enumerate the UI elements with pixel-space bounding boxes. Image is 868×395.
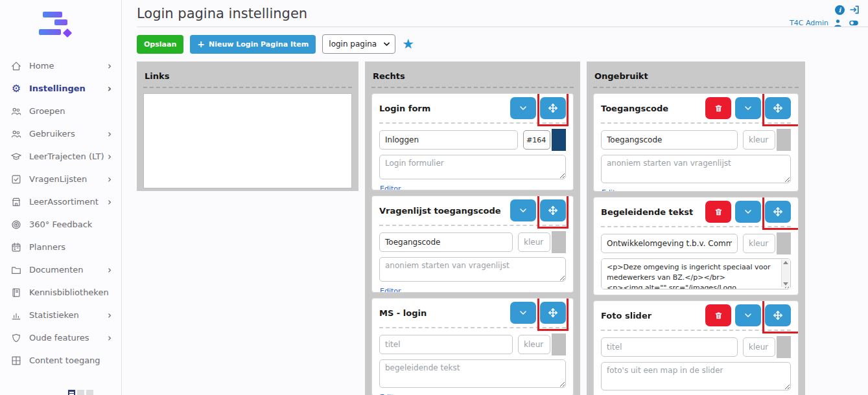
dashed-divider <box>593 87 799 88</box>
sidebar-item-groepen[interactable]: Groepen <box>0 100 122 122</box>
color-swatch[interactable] <box>777 336 791 358</box>
sidebar-item-label: LeerTrajecten (LT) <box>29 152 104 161</box>
color-input[interactable] <box>743 337 775 357</box>
title-input[interactable] <box>601 130 738 150</box>
chevron-right-icon: › <box>108 151 111 163</box>
sidebar-item-360-feedback[interactable]: 360° Feedback <box>0 213 122 236</box>
description-textarea[interactable] <box>379 257 566 282</box>
collapse-button[interactable] <box>510 302 536 324</box>
move-button[interactable] <box>540 302 566 324</box>
move-icon <box>547 102 559 114</box>
editor-link[interactable]: Editor <box>602 188 623 192</box>
color-swatch[interactable] <box>777 129 791 151</box>
description-textarea[interactable] <box>601 362 791 390</box>
username-label: T4C Admin <box>790 19 828 27</box>
sidebar-item-instellingen[interactable]: ⚙ Instellingen › <box>0 77 122 100</box>
header-divider <box>137 27 868 27</box>
move-button[interactable] <box>540 97 566 119</box>
title-input[interactable] <box>379 232 513 252</box>
move-button[interactable] <box>540 199 566 221</box>
delete-button[interactable] <box>705 97 731 119</box>
editor-link[interactable]: Editor <box>380 185 401 190</box>
color-swatch[interactable] <box>777 232 791 254</box>
sidebar-item-label: Statistieken <box>29 310 79 320</box>
panel-ongebruikt: Ongebruikt Toegangscode <box>587 62 805 395</box>
collapse-button[interactable] <box>510 97 536 119</box>
collapse-button[interactable] <box>735 201 761 223</box>
color-swatch[interactable] <box>552 231 566 253</box>
trash-icon <box>714 311 723 321</box>
color-value-input[interactable] <box>523 130 550 150</box>
sidebar-item-label: Kennisbibliotheken <box>29 288 109 297</box>
editor-link[interactable]: Editor <box>380 287 401 293</box>
chevron-right-icon: › <box>108 60 111 72</box>
plus-icon: + <box>197 39 205 49</box>
sidebar-item-label: Documenten <box>29 265 84 275</box>
delete-button[interactable] <box>705 201 731 223</box>
toggle-icon[interactable] <box>847 18 860 28</box>
collapse-button[interactable] <box>735 97 761 119</box>
dashed-divider <box>143 87 352 88</box>
chevron-down-icon <box>743 310 753 321</box>
layout-option-2[interactable] <box>77 390 84 395</box>
color-input[interactable] <box>743 234 775 253</box>
sidebar-item-oude-features[interactable]: Oude features › <box>0 326 122 349</box>
color-swatch[interactable] <box>552 333 566 356</box>
bar-chart-icon <box>9 310 23 321</box>
description-textarea[interactable]: <p>Deze omgeving is ingericht speciaal v… <box>601 258 791 289</box>
panel-rechts: Rechts Login form <box>365 62 580 395</box>
sidebar-item-vragenlijsten[interactable]: VragenLijsten › <box>0 168 122 190</box>
move-button[interactable] <box>765 97 791 119</box>
book-icon <box>9 287 23 299</box>
description-textarea[interactable] <box>379 155 566 179</box>
editor-link[interactable]: Editor <box>602 295 623 295</box>
title-input[interactable] <box>601 234 738 253</box>
color-input[interactable] <box>518 232 550 252</box>
collapse-button[interactable] <box>735 304 761 326</box>
user-icon[interactable] <box>832 17 843 28</box>
color-input[interactable] <box>743 130 775 150</box>
chevron-right-icon: › <box>108 310 111 321</box>
checkbox-icon <box>9 174 23 185</box>
sidebar-item-home[interactable]: Home › <box>0 54 122 77</box>
chevron-right-icon: › <box>108 264 111 276</box>
color-swatch[interactable] <box>552 129 566 151</box>
graduation-cap-icon <box>9 151 23 163</box>
sidebar-item-planners[interactable]: Planners <box>0 236 122 258</box>
sidebar-item-leerassortiment[interactable]: LeerAssortiment › <box>0 190 122 213</box>
sidebar-item-leertrajecten[interactable]: LeerTrajecten (LT) › <box>0 145 122 168</box>
scrollbar[interactable] <box>781 260 790 287</box>
move-button[interactable] <box>765 201 791 223</box>
favorite-star-icon[interactable]: ★ <box>402 38 414 51</box>
save-button[interactable]: Opslaan <box>137 35 183 54</box>
sign-out-icon[interactable] <box>849 4 860 16</box>
sidebar-item-label: Gebruikers <box>29 129 75 139</box>
title-input[interactable] <box>379 130 518 150</box>
move-button[interactable] <box>765 304 791 326</box>
page-select[interactable]: login pagina <box>322 34 395 54</box>
layout-option-1[interactable] <box>68 390 75 395</box>
new-item-label: Nieuw Login Pagina Item <box>209 40 309 49</box>
home-icon <box>9 60 23 72</box>
card-title: MS - login <box>379 308 427 318</box>
color-input[interactable] <box>518 335 550 354</box>
description-textarea[interactable] <box>601 155 791 183</box>
sidebar-item-documenten[interactable]: Documenten › <box>0 258 122 281</box>
title-input[interactable] <box>379 335 513 354</box>
title-input[interactable] <box>601 337 738 357</box>
links-dropzone[interactable] <box>143 93 352 188</box>
sidebar-item-kennisbibliotheken[interactable]: Kennisbibliotheken <box>0 281 122 304</box>
info-icon[interactable]: i <box>835 5 845 15</box>
sidebar-item-gebruikers[interactable]: Gebruikers › <box>0 122 122 145</box>
sidebar-item-content-toegang[interactable]: Content toegang <box>0 349 122 372</box>
description-textarea[interactable] <box>379 359 566 388</box>
new-login-page-item-button[interactable]: + Nieuw Login Pagina Item <box>190 35 316 54</box>
trash-icon <box>714 104 723 113</box>
layout-option-3[interactable] <box>86 390 93 395</box>
collapse-button[interactable] <box>510 199 536 221</box>
trash-icon <box>714 207 723 217</box>
sidebar-item-statistieken[interactable]: Statistieken › <box>0 304 122 326</box>
scroll-down-icon[interactable] <box>783 282 788 286</box>
scroll-up-icon[interactable] <box>783 261 788 264</box>
delete-button[interactable] <box>705 304 731 326</box>
